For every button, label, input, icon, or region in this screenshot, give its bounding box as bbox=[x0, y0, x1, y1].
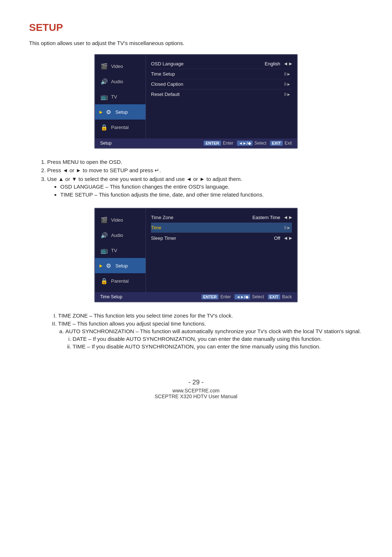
sidebar-label-video-1: Video bbox=[111, 64, 123, 69]
osd-row-nav-sleep-timer: ◄► bbox=[283, 235, 292, 241]
osd-footer-key-select-1: ◄►/◆ Select bbox=[237, 141, 267, 146]
sidebar-label-audio-1: Audio bbox=[111, 79, 123, 84]
instruction-2-date: DATE – If you disable AUTO SYNCHRONIZATI… bbox=[73, 336, 363, 342]
osd-footer-key-enter-1: ENTER Enter bbox=[204, 141, 233, 146]
osd-row-nav-osd-language: ◄► bbox=[283, 61, 292, 66]
instruction-bullet-osd-lang: OSD LANGUAGE – This function changes the… bbox=[60, 183, 363, 190]
sidebar-label-parental-1: Parental bbox=[111, 125, 128, 130]
sidebar-label-audio-2: Audio bbox=[111, 233, 123, 238]
osd-row-nav-closed-caption: II► bbox=[283, 82, 292, 87]
osd-row-time: Time II► bbox=[151, 223, 292, 233]
sidebar-label-setup-2: Setup bbox=[115, 263, 128, 269]
setup-icon-1: ⚙ bbox=[104, 107, 113, 117]
sidebar-item-audio-1[interactable]: 🔊 Audio bbox=[95, 74, 146, 89]
audio-icon-2: 🔊 bbox=[99, 230, 109, 240]
osd-footer-key-exit-2: EXIT Back bbox=[268, 294, 292, 299]
osd-row-label-reset-default: Reset Default bbox=[151, 92, 280, 97]
page-title: SETUP bbox=[29, 22, 363, 33]
osd-row-nav-reset-default: II► bbox=[283, 92, 292, 97]
osd-footer-keys-1: ENTER Enter ◄►/◆ Select EXIT Exit bbox=[204, 141, 292, 146]
instructions-1: Press MENU to open the OSD. Press ◄ or ►… bbox=[40, 159, 363, 198]
osd-row-label-time: Time bbox=[151, 225, 280, 230]
osd-row-osd-language: OSD Language English ◄► bbox=[151, 58, 292, 69]
instruction-1-3: Use ▲ or ▼ to select the one you want to… bbox=[47, 176, 363, 198]
osd-row-value-osd-language: English bbox=[265, 61, 280, 66]
sidebar-label-tv-1: TV bbox=[111, 94, 117, 100]
tv-icon-1: 📺 bbox=[99, 92, 109, 101]
osd-row-value-timezone: Eastern Time bbox=[252, 215, 280, 220]
parental-icon-1: 🔒 bbox=[99, 122, 109, 132]
osd-menu-1: 🎬 Video 🔊 Audio 📺 TV ▶ ⚙ Setup 🔒 Parenta… bbox=[94, 54, 298, 149]
osd-row-label-time-setup: Time Setup bbox=[151, 71, 280, 77]
sidebar-item-setup-1[interactable]: ▶ ⚙ Setup bbox=[95, 104, 146, 120]
sidebar-item-parental-1[interactable]: 🔒 Parental bbox=[95, 120, 146, 135]
osd-row-label-closed-caption: Closed Caption bbox=[151, 81, 280, 87]
footer-website: www.SCEPTRE.com bbox=[29, 388, 363, 393]
osd-row-label-sleep-timer: Sleep Timer bbox=[151, 235, 274, 241]
osd-row-nav-time: II► bbox=[283, 225, 292, 230]
osd-footer-key-exit-1: EXIT Exit bbox=[270, 141, 292, 146]
osd-menu-2: 🎬 Video 🔊 Audio 📺 TV ▶ ⚙ Setup 🔒 Parenta… bbox=[94, 208, 298, 302]
osd-row-nav-time-setup: II► bbox=[283, 72, 292, 77]
osd-sidebar-1: 🎬 Video 🔊 Audio 📺 TV ▶ ⚙ Setup 🔒 Parenta… bbox=[95, 55, 146, 138]
footer-page: - 29 - bbox=[29, 379, 363, 386]
sidebar-item-parental-2[interactable]: 🔒 Parental bbox=[95, 273, 146, 288]
active-arrow-2: ▶ bbox=[99, 263, 102, 268]
osd-footer-label-2: Time Setup bbox=[100, 294, 122, 299]
sidebar-item-audio-2[interactable]: 🔊 Audio bbox=[95, 227, 146, 243]
osd-row-reset-default: Reset Default II► bbox=[151, 89, 292, 99]
sidebar-item-video-1[interactable]: 🎬 Video bbox=[95, 58, 146, 74]
setup-icon-2: ⚙ bbox=[104, 261, 113, 270]
osd-row-label-osd-language: OSD Language bbox=[151, 61, 265, 66]
instruction-1-2: Press ◄ or ► to move to SETUP and press … bbox=[47, 167, 363, 174]
active-arrow-1: ▶ bbox=[99, 110, 102, 114]
footer-product: SCEPTRE X320 HDTV User Manual bbox=[29, 393, 363, 399]
osd-footer-label-1: Setup bbox=[100, 141, 111, 146]
video-icon-2: 🎬 bbox=[99, 215, 109, 225]
parental-icon-2: 🔒 bbox=[99, 276, 109, 286]
instructions-2: TIME ZONE – This function lets you selec… bbox=[51, 312, 363, 350]
osd-row-value-sleep-timer: Off bbox=[274, 235, 280, 241]
sidebar-label-parental-2: Parental bbox=[111, 278, 128, 284]
osd-row-timezone: Time Zone Eastern Time ◄► bbox=[151, 212, 292, 223]
sidebar-label-video-2: Video bbox=[111, 217, 123, 223]
osd-footer-1: Setup ENTER Enter ◄►/◆ Select EXIT Exit bbox=[95, 138, 297, 148]
sidebar-item-tv-2[interactable]: 📺 TV bbox=[95, 243, 146, 258]
instruction-bullet-time-setup: TIME SETUP – This function adjusts the t… bbox=[60, 191, 363, 198]
intro-text: This option allows user to adjust the TV… bbox=[29, 40, 363, 46]
audio-icon-1: 🔊 bbox=[99, 77, 109, 86]
osd-sidebar-2: 🎬 Video 🔊 Audio 📺 TV ▶ ⚙ Setup 🔒 Parenta… bbox=[95, 209, 146, 292]
osd-row-time-setup: Time Setup II► bbox=[151, 69, 292, 79]
osd-footer-2: Time Setup ENTER Enter ◄►/◆ Select EXIT … bbox=[95, 292, 297, 302]
tv-icon-2: 📺 bbox=[99, 246, 109, 255]
sidebar-label-setup-1: Setup bbox=[115, 109, 128, 115]
footer: - 29 - www.SCEPTRE.com SCEPTRE X320 HDTV… bbox=[29, 379, 363, 399]
instruction-2-time: TIME – This function allows you adjust s… bbox=[58, 320, 363, 350]
instruction-1-1: Press MENU to open the OSD. bbox=[47, 159, 363, 165]
instruction-2-timezone: TIME ZONE – This function lets you selec… bbox=[58, 312, 363, 319]
osd-row-sleep-timer: Sleep Timer Off ◄► bbox=[151, 233, 292, 243]
osd-footer-key-enter-2: ENTER Enter bbox=[201, 294, 231, 299]
osd-row-closed-caption: Closed Caption II► bbox=[151, 79, 292, 89]
osd-content-2: Time Zone Eastern Time ◄► Time II► Sleep… bbox=[146, 209, 297, 292]
osd-footer-key-select-2: ◄►/◆ Select bbox=[234, 294, 264, 299]
instruction-2-autosync: AUTO SYNCHRONIZATION – This function wil… bbox=[65, 328, 363, 350]
sidebar-label-tv-2: TV bbox=[111, 248, 117, 253]
osd-footer-keys-2: ENTER Enter ◄►/◆ Select EXIT Back bbox=[201, 294, 292, 299]
sidebar-item-tv-1[interactable]: 📺 TV bbox=[95, 89, 146, 104]
instruction-2-time-manual: TIME – If you disable AUTO SYNCHRONIZATI… bbox=[73, 343, 363, 350]
sidebar-item-setup-2[interactable]: ▶ ⚙ Setup bbox=[95, 258, 146, 273]
sidebar-item-video-2[interactable]: 🎬 Video bbox=[95, 212, 146, 227]
video-icon-1: 🎬 bbox=[99, 61, 109, 71]
osd-row-nav-timezone: ◄► bbox=[283, 214, 292, 220]
osd-row-label-timezone: Time Zone bbox=[151, 215, 252, 220]
osd-content-1: OSD Language English ◄► Time Setup II► C… bbox=[146, 55, 297, 138]
